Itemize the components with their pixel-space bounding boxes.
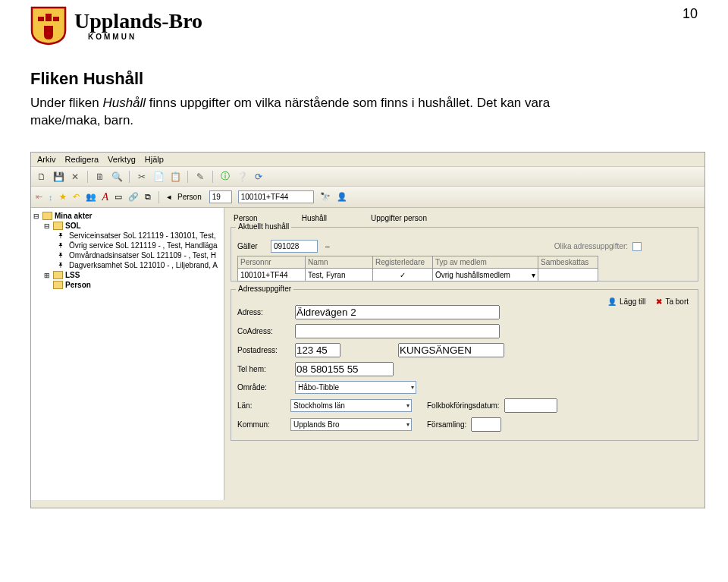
folder-icon: [53, 271, 63, 279]
adress-label: Adress:: [237, 308, 290, 316]
remove-button[interactable]: ✖Ta bort: [656, 297, 689, 306]
cell-registerledare[interactable]: ✓: [372, 269, 433, 282]
chevron-down-icon: ▾: [403, 402, 410, 409]
tree-item[interactable]: 🖈Övrig service SoL 121119 - , Test, Hand…: [33, 241, 222, 250]
chevron-down-icon: ▾: [408, 384, 414, 391]
doc-heading: Fliken Hushåll: [30, 68, 705, 90]
people-small-icon: 🖈: [57, 241, 67, 250]
help-icon[interactable]: ❔: [236, 171, 248, 183]
postort-input[interactable]: [398, 343, 504, 357]
tree-item-label: Övrig service SoL 121119 - , Test, Handl…: [69, 241, 218, 250]
cell-namn[interactable]: Test, Fyran: [305, 269, 373, 282]
galler-input[interactable]: [271, 240, 318, 253]
menu-arkiv[interactable]: Arkiv: [37, 155, 55, 164]
undo-icon[interactable]: ↶: [73, 192, 80, 202]
fieldset-aktuellt-hushall: Aktuellt hushåll Gäller – Olika adressup…: [231, 227, 698, 282]
olika-adress-label: Olika adressuppgifter:: [554, 242, 628, 250]
kommun-select[interactable]: Upplands Bro▾: [290, 418, 412, 431]
cell-typ[interactable]: Övrig hushållsmedlem▾: [432, 269, 538, 282]
person-plus-icon: 👤: [607, 297, 617, 306]
tree-item[interactable]: 🖈Omvårdnadsinsatser SoL 121109 - , Test,…: [33, 250, 222, 260]
dash: –: [322, 242, 333, 250]
coadress-input[interactable]: [295, 324, 500, 338]
legend-aktuellt: Aktuellt hushåll: [236, 222, 291, 231]
folder-icon: [53, 281, 63, 289]
add-button[interactable]: 👤Lägg till: [607, 297, 645, 306]
nav-icon-1[interactable]: ⇤: [36, 192, 42, 202]
postadress-label: Postadress:: [237, 346, 290, 354]
people-small-icon: 🖈: [57, 261, 67, 269]
person-id-input[interactable]: [209, 190, 232, 203]
cell-typ-value: Övrig hushållsmedlem: [435, 271, 510, 279]
tree-person[interactable]: Person: [33, 280, 222, 290]
tree-sidebar: ⊟Mina akter ⊟SOL 🖈Serviceinsatser SoL 12…: [31, 208, 224, 500]
toolbar-secondary: ⇤ ↕ ★ ↶ 👥 A ▭ 🔗 ⧉ ◂ Person 🔭 👤: [31, 187, 704, 208]
separator: [158, 191, 159, 203]
hushall-grid: Personnr 100101+TF44 Namn Test, Fyran Re…: [237, 256, 692, 282]
content-panel: Person Hushåll Uppgifter person Aktuellt…: [224, 208, 704, 500]
tree-root[interactable]: ⊟Mina akter: [33, 211, 222, 221]
postnr-input[interactable]: [295, 343, 340, 357]
find-icon[interactable]: 🔍: [111, 171, 123, 183]
font-A-icon[interactable]: A: [102, 191, 109, 203]
prev-icon[interactable]: ◂: [167, 192, 171, 202]
cut-icon[interactable]: ✂: [136, 171, 148, 183]
tab-uppgifter[interactable]: Uppgifter person: [368, 212, 430, 224]
paste-icon[interactable]: 📋: [169, 171, 181, 183]
page-number: 10: [682, 6, 698, 22]
save-icon[interactable]: 💾: [52, 171, 64, 183]
copy2-icon[interactable]: ⧉: [145, 192, 151, 202]
brand-subtitle: KOMMUN: [88, 33, 202, 41]
forsamling-input[interactable]: [471, 417, 501, 432]
galler-label: Gäller: [237, 242, 266, 250]
person-silhouette-icon[interactable]: 👤: [337, 192, 347, 202]
kommun-value: Upplands Bro: [293, 420, 340, 429]
menu-verktyg[interactable]: Verktyg: [108, 155, 136, 164]
new-doc-icon[interactable]: 🗋: [36, 171, 48, 183]
tab-hushall[interactable]: Hushåll: [299, 212, 330, 224]
menu-redigera[interactable]: Redigera: [64, 155, 99, 164]
brand-title: Upplands-Bro: [74, 11, 202, 32]
col-typ: Typ av medlem: [432, 256, 538, 269]
refresh-icon[interactable]: ⟳: [253, 171, 265, 183]
person-pnr-input[interactable]: [238, 190, 314, 203]
tree-item-label: Dagverksamhet SoL 121010 - , Liljebrand,…: [69, 261, 218, 269]
people-small-icon: 🖈: [57, 231, 67, 240]
tree-item[interactable]: 🖈Serviceinsatser SoL 121119 - 130101, Te…: [33, 231, 222, 241]
col-personnr: Personnr: [237, 256, 306, 269]
remove-button-label: Ta bort: [665, 297, 689, 306]
separator: [187, 171, 188, 183]
olika-adress-checkbox[interactable]: [632, 242, 642, 251]
person-label: Person: [177, 193, 203, 201]
copy-icon[interactable]: 📄: [152, 171, 165, 183]
people-icon[interactable]: 👥: [86, 192, 96, 202]
omrade-select[interactable]: Håbo-Tibble▾: [295, 381, 416, 394]
lan-select[interactable]: Stockholms län▾: [290, 399, 412, 412]
nav-icon-2[interactable]: ↕: [49, 193, 53, 202]
tree-sol[interactable]: ⊟SOL: [33, 221, 222, 231]
tree-lss[interactable]: ⊞LSS: [33, 270, 222, 280]
cell-personnr[interactable]: 100101+TF44: [237, 269, 306, 282]
tree-item-label: Omvårdnadsinsatser SoL 121109 - , Test, …: [69, 251, 216, 260]
tree-item[interactable]: 🖈Dagverksamhet SoL 121010 - , Liljebrand…: [33, 260, 222, 270]
separator: [212, 171, 213, 183]
cell-sambeskattas[interactable]: [538, 269, 598, 282]
delete-icon[interactable]: ✕: [69, 171, 81, 183]
link-icon[interactable]: 🔗: [128, 192, 139, 202]
toolbar: 🗋 💾 ✕ 🗎 🔍 ✂ 📄 📋 ✎ ⓘ ❔ ⟳: [31, 167, 704, 187]
folkbok-input[interactable]: [504, 398, 557, 413]
binoculars-icon[interactable]: 🔭: [320, 192, 331, 202]
info-icon[interactable]: ⓘ: [219, 171, 231, 183]
tel-input[interactable]: [295, 362, 394, 376]
edit-icon[interactable]: ✎: [194, 171, 206, 183]
card-icon[interactable]: ▭: [115, 192, 122, 202]
print-preview-icon[interactable]: 🗎: [94, 171, 106, 183]
menubar: Arkiv Redigera Verktyg Hjälp: [31, 153, 704, 167]
fieldset-adress: Adressuppgifter 👤Lägg till ✖Ta bort Adre…: [231, 289, 698, 441]
separator: [129, 171, 130, 183]
folder-icon: [42, 212, 52, 220]
adress-input[interactable]: [295, 305, 500, 319]
star-icon[interactable]: ★: [59, 192, 67, 202]
menu-hjalp[interactable]: Hjälp: [145, 155, 164, 164]
people-small-icon: 🖈: [57, 251, 67, 260]
